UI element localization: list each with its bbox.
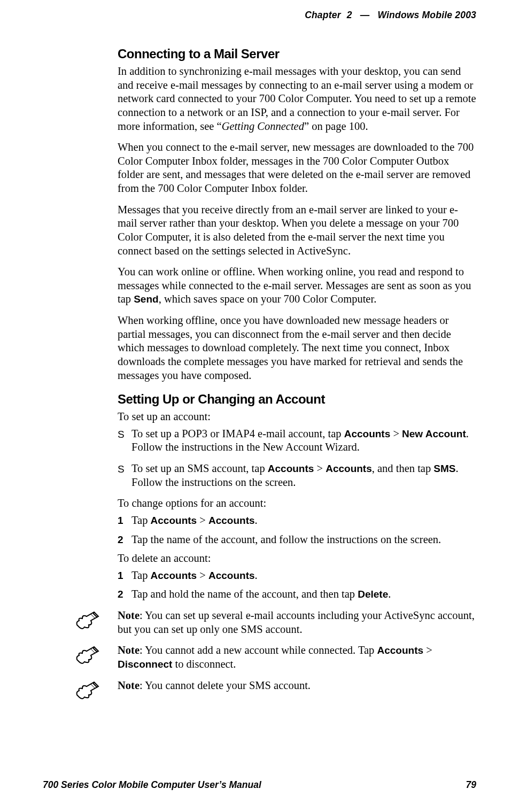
- text-bold: Accounts: [377, 645, 424, 656]
- heading-setting-up: Setting Up or Changing an Account: [118, 392, 476, 407]
- text: >: [390, 428, 402, 439]
- list-item: Tap Accounts > Accounts.: [118, 514, 476, 528]
- text-bold: SMS: [433, 463, 455, 474]
- page: Chapter 2 — Windows Mobile 2003 Connecti…: [0, 0, 519, 812]
- text: , and then tap: [372, 462, 434, 474]
- pencil-hand-icon: [75, 644, 102, 666]
- text: >: [197, 514, 208, 526]
- text-bold: Disconnect: [118, 659, 172, 670]
- text: >: [423, 644, 432, 656]
- note-label: Note: [118, 609, 140, 621]
- list-item: Tap and hold the name of the account, an…: [118, 587, 476, 601]
- list-item: To set up a POP3 or IMAP4 e-mail account…: [118, 427, 476, 454]
- heading-connecting: Connecting to a Mail Server: [118, 47, 476, 61]
- note-row: Note: You can set up several e-mail acco…: [43, 609, 476, 636]
- text: To set up a POP3 or IMAP4 e-mail account…: [131, 428, 344, 439]
- header-chapter-num: 2: [344, 10, 352, 20]
- text: : You cannot delete your SMS account.: [140, 679, 311, 691]
- note-icon: [43, 679, 118, 701]
- text-bold: Accounts: [151, 515, 197, 526]
- ordered-list: Tap Accounts > Accounts. Tap the name of…: [118, 514, 476, 546]
- header-dash: —: [355, 10, 375, 20]
- text: , which saves space on your 700 Color Co…: [159, 293, 377, 305]
- text: >: [197, 569, 208, 581]
- text: >: [314, 462, 326, 474]
- content-column: Connecting to a Mail Server In addition …: [118, 47, 476, 601]
- text-italic: Getting Connected: [222, 120, 304, 132]
- text-bold: Accounts: [344, 428, 391, 439]
- text-bold: Send: [134, 293, 158, 305]
- note-icon: [43, 644, 118, 666]
- text-bold: Accounts: [151, 570, 197, 581]
- list-item: Tap Accounts > Accounts.: [118, 569, 476, 583]
- text-bold: Accounts: [326, 463, 372, 474]
- note-text: Note: You can set up several e-mail acco…: [118, 609, 476, 636]
- text: Tap the name of the account, and follow …: [131, 533, 441, 545]
- note-row: Note: You cannot delete your SMS account…: [43, 679, 476, 701]
- intro-text: To delete an account:: [118, 552, 476, 566]
- pencil-hand-icon: [75, 609, 102, 631]
- footer-page-number: 79: [466, 779, 476, 791]
- text-bold: Delete: [358, 589, 388, 600]
- intro-text: To change options for an account:: [118, 497, 476, 511]
- list-item: Tap the name of the account, and follow …: [118, 533, 476, 547]
- paragraph: When working offline, once you have down…: [118, 314, 476, 382]
- note-row: Note: You cannot add a new account while…: [43, 644, 476, 671]
- note-text: Note: You cannot add a new account while…: [118, 644, 476, 671]
- text: Tap and hold the name of the account, an…: [131, 588, 358, 600]
- header-chapter: Chapter: [305, 10, 341, 20]
- text: ” on page 100.: [304, 120, 368, 132]
- text: : You can set up several e-mail accounts…: [118, 609, 475, 635]
- note-icon: [43, 609, 118, 631]
- header-title: Windows Mobile 2003: [377, 10, 476, 20]
- text: .: [388, 588, 391, 600]
- note-text: Note: You cannot delete your SMS account…: [118, 679, 476, 693]
- list-item: To set up an SMS account, tap Accounts >…: [118, 462, 476, 489]
- paragraph: When you connect to the e-mail server, n…: [118, 141, 476, 196]
- text-bold: Accounts: [208, 570, 255, 581]
- running-header: Chapter 2 — Windows Mobile 2003: [43, 10, 476, 21]
- note-label: Note: [118, 679, 140, 691]
- footer: 700 Series Color Mobile Computer User’s …: [43, 779, 476, 791]
- text: Tap: [131, 514, 151, 526]
- text-bold: Accounts: [268, 463, 314, 474]
- note-label: Note: [118, 644, 140, 656]
- paragraph: In addition to synchronizing e-mail mess…: [118, 65, 476, 133]
- text: Tap: [131, 569, 151, 581]
- text: : You cannot add a new account while con…: [140, 644, 377, 656]
- text: to disconnect.: [172, 658, 236, 670]
- text-bold: New Account: [402, 428, 466, 439]
- text: To set up an SMS account, tap: [131, 462, 268, 474]
- text-bold: Accounts: [208, 515, 255, 526]
- pencil-hand-icon: [75, 679, 102, 701]
- bullet-list: To set up a POP3 or IMAP4 e-mail account…: [118, 427, 476, 490]
- paragraph: Messages that you receive directly from …: [118, 203, 476, 258]
- paragraph: You can work online or offline. When wor…: [118, 265, 476, 306]
- intro-text: To set up an account:: [118, 410, 476, 424]
- footer-manual-title: 700 Series Color Mobile Computer User’s …: [43, 779, 261, 791]
- ordered-list: Tap Accounts > Accounts. Tap and hold th…: [118, 569, 476, 601]
- text: .: [255, 514, 258, 526]
- text: .: [255, 569, 258, 581]
